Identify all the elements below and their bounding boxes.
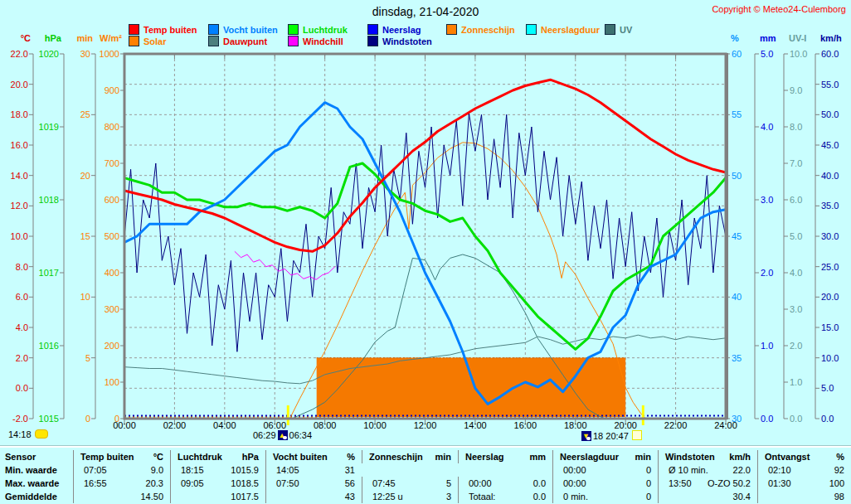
cell-value: 43: [345, 490, 355, 503]
column-unit: min: [635, 450, 651, 463]
table-cell: 01:30100: [757, 477, 851, 490]
cell-time: 01:30: [768, 477, 791, 490]
x-tick-label: 02:00: [156, 420, 192, 430]
table-cell: 43: [265, 490, 362, 503]
x-tick-label: 22:00: [658, 420, 694, 430]
table-cell: 18:151015.9: [170, 463, 265, 477]
table-cell: 14.50: [73, 490, 170, 503]
cell-value: 0: [646, 463, 651, 477]
cell-value: 56: [345, 477, 355, 490]
series-windchill: [235, 251, 335, 279]
table-cell: 07:059.0: [73, 463, 170, 477]
cell-value: 1018.5: [231, 477, 259, 490]
table-cell: 16:5520.3: [73, 477, 170, 490]
column-name: Zonneschijn: [369, 450, 423, 463]
cell-value: 92: [834, 463, 844, 477]
table-cell: 00:000.0: [458, 477, 552, 490]
column-unit: mm: [529, 450, 546, 463]
cell-time: 07:45: [372, 477, 396, 490]
cell-time: 07:05: [84, 463, 107, 477]
table-cell: 12:25 u3: [362, 490, 458, 503]
cell-time: 00:00: [469, 477, 492, 490]
cell-value: 30.4: [733, 490, 751, 503]
cell-time: 13:50: [669, 477, 692, 490]
cell-value: 3: [446, 490, 451, 503]
weather-station-dashboard: dinsdag, 21-04-2020 Copyright © Meteo24-…: [0, 0, 851, 504]
cell-time: Totaal:: [469, 490, 495, 503]
clock-time: 14:18: [8, 429, 32, 439]
cell-value: 1017.5: [231, 490, 259, 503]
column-unit: °C: [153, 450, 163, 463]
column-name: Vocht buiten: [273, 450, 328, 463]
table-cell: Totaal:0.0: [458, 490, 552, 503]
table-cell: 30.4: [658, 490, 757, 503]
column-name: Temp buiten: [80, 450, 134, 463]
table-header-temp-buiten: Temp buiten°C: [73, 450, 170, 463]
cell-time: 16:55: [84, 477, 107, 490]
table-header-neerslag: Neerslagmm: [458, 450, 552, 463]
table-cell: 1017.5: [170, 490, 265, 503]
table-header-ontvangst: Ontvangst%: [757, 450, 851, 463]
cell-value: 20.3: [146, 477, 163, 490]
cell-time: Ø 10 min.: [669, 463, 708, 477]
table-header-windstoten: Windstotenkm/h: [658, 450, 757, 463]
x-tick-label: 24:00: [708, 420, 744, 430]
moon-phase-icon: [632, 430, 642, 440]
cell-value: O-ZO 50.2: [708, 477, 751, 490]
status-clock: 14:18: [8, 429, 48, 439]
cell-time: 09:05: [181, 477, 204, 490]
column-name: Luchtdruk: [177, 450, 222, 463]
x-tick-label: 14:00: [457, 420, 494, 430]
column-name: Ontvangst: [765, 450, 810, 463]
column-unit: min: [435, 450, 451, 463]
cell-time: 18:15: [181, 463, 204, 477]
table-cell: 13:50O-ZO 50.2: [658, 477, 757, 490]
cell-value: 0.0: [533, 490, 546, 503]
table-divider: [0, 445, 851, 448]
table-cell: 09:051018.5: [170, 477, 265, 490]
cell-value: 1015.9: [231, 463, 259, 477]
x-tick-label: 08:00: [307, 420, 343, 430]
cell-value: 0.0: [533, 477, 546, 490]
table-cell: 14:0531: [265, 463, 362, 477]
table-cell: Ø 10 min.22.0: [658, 463, 757, 477]
x-tick-label: 06:00: [256, 420, 293, 430]
table-row-label: Gemiddelde: [5, 490, 71, 503]
cell-value: 14.50: [140, 490, 163, 503]
cell-time: 0 min.: [563, 490, 588, 503]
table-cell: 07:455: [362, 477, 458, 490]
x-tick-label: 00:00: [106, 420, 143, 430]
cell-value: 5: [446, 477, 451, 490]
sunset-time-start: 18: [593, 431, 603, 441]
table-cell: 98: [757, 490, 851, 503]
table-cell: 00:000: [552, 463, 658, 477]
cell-time: 02:10: [768, 463, 791, 477]
sunrise-time-end: 06:34: [289, 430, 313, 440]
cell-time: 00:00: [563, 463, 586, 477]
column-unit: hPa: [242, 450, 259, 463]
table-header-zonneschijn: Zonneschijnmin: [362, 450, 458, 463]
sunrise-icon: ▲: [278, 430, 288, 440]
column-unit: %: [347, 450, 355, 463]
cell-time: 07:50: [276, 477, 299, 490]
x-tick-label: 10:00: [357, 420, 393, 430]
cell-value: 22.0: [733, 463, 751, 477]
cell-time: 12:25 u: [372, 490, 403, 503]
x-tick-label: 20:00: [607, 420, 644, 430]
table-cell: 02:1092: [757, 463, 851, 477]
column-name: Neerslagduur: [560, 450, 619, 463]
cell-value: 9.0: [151, 463, 163, 477]
x-tick-label: 18:00: [557, 420, 594, 430]
x-tick-label: 16:00: [507, 420, 543, 430]
cell-value: 0: [646, 490, 651, 503]
table-header-luchtdruk: LuchtdrukhPa: [170, 450, 265, 463]
table-header-neerslagduur: Neerslagduurmin: [552, 450, 658, 463]
cell-time: 00:00: [563, 477, 586, 490]
x-tick-label: 04:00: [207, 420, 243, 430]
column-name: Windstoten: [665, 450, 715, 463]
sunset-marker: ▼18 20:47: [580, 430, 642, 441]
sunset-icon: ▼: [581, 431, 591, 441]
cell-value: 31: [345, 463, 355, 477]
table-cell: 0 min.0: [552, 490, 658, 503]
column-name: Neerslag: [465, 450, 503, 463]
